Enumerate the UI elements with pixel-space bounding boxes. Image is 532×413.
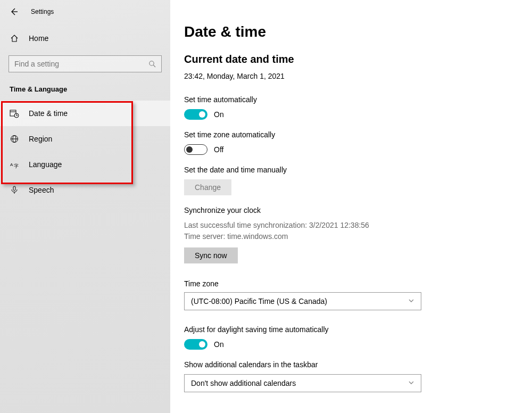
calendar-clock-icon	[10, 109, 19, 118]
chevron-down-icon	[408, 379, 414, 387]
toggle-dst-auto[interactable]	[184, 339, 207, 350]
svg-rect-13	[13, 186, 15, 191]
toggle-state: On	[214, 110, 224, 119]
setting-set-tz-auto: Set time zone automatically Off	[184, 130, 532, 155]
nav-label: Language	[29, 160, 62, 169]
home-label: Home	[29, 34, 48, 43]
toggle-state: Off	[214, 145, 223, 154]
sidebar-item-language[interactable]: A字 Language	[0, 152, 170, 177]
sync-now-button[interactable]: Sync now	[184, 247, 238, 263]
sync-info: Last successful time synchronization: 3/…	[184, 220, 532, 242]
current-datetime-header: Current date and time	[184, 53, 532, 65]
calendars-label: Show additional calendars in the taskbar	[184, 360, 532, 369]
nav-label: Speech	[29, 186, 54, 194]
timezone-select[interactable]: (UTC-08:00) Pacific Time (US & Canada)	[184, 292, 421, 310]
sync-server: Time server: time.windows.com	[184, 231, 532, 242]
nav-label: Date & time	[29, 109, 68, 118]
calendars-select[interactable]: Don't show additional calendars	[184, 374, 421, 392]
topbar: Settings	[0, 0, 170, 23]
language-icon: A字	[10, 160, 19, 169]
toggle-set-tz-auto[interactable]	[184, 144, 207, 155]
section-header: Time & Language	[0, 72, 170, 101]
tz-label: Time zone	[184, 279, 532, 288]
sync-last: Last successful time synchronization: 3/…	[184, 220, 532, 231]
calendars-value: Don't show additional calendars	[191, 379, 296, 387]
setting-set-time-auto: Set time automatically On	[184, 95, 532, 120]
setting-label: Set the date and time manually	[184, 166, 532, 174]
toggle-state: On	[214, 340, 224, 349]
search-box[interactable]	[9, 55, 162, 72]
main-pane: Date & time Current date and time 23:42,…	[170, 0, 532, 413]
change-button: Change	[184, 179, 231, 195]
search-icon	[148, 60, 156, 68]
sync-header: Synchronize your clock	[184, 206, 532, 214]
setting-dst-auto: Adjust for daylight saving time automati…	[184, 325, 532, 350]
back-icon[interactable]	[10, 7, 18, 16]
toggle-set-time-auto[interactable]	[184, 109, 207, 120]
sidebar: Settings Home Time & Language Date & tim…	[0, 0, 170, 413]
setting-label: Set time automatically	[184, 95, 532, 104]
sidebar-item-date-time[interactable]: Date & time	[0, 101, 170, 126]
svg-line-2	[153, 65, 155, 67]
search-input[interactable]	[14, 60, 148, 68]
home-icon	[10, 34, 19, 43]
sidebar-item-home[interactable]: Home	[0, 27, 170, 50]
nav-label: Region	[29, 135, 52, 143]
sidebar-item-speech[interactable]: Speech	[0, 177, 170, 203]
setting-label: Adjust for daylight saving time automati…	[184, 325, 532, 334]
chevron-down-icon	[408, 297, 414, 305]
timezone-value: (UTC-08:00) Pacific Time (US & Canada)	[191, 297, 327, 305]
sidebar-item-region[interactable]: Region	[0, 126, 170, 152]
svg-text:A: A	[10, 162, 13, 167]
svg-text:字: 字	[14, 163, 19, 169]
current-datetime-value: 23:42, Monday, March 1, 2021	[184, 72, 532, 80]
globe-icon	[10, 134, 19, 144]
svg-point-1	[149, 61, 154, 65]
app-title: Settings	[31, 8, 54, 15]
setting-label: Set time zone automatically	[184, 130, 532, 139]
microphone-icon	[10, 185, 19, 195]
page-title: Date & time	[184, 23, 532, 40]
setting-manual-datetime: Set the date and time manually Change	[184, 166, 532, 195]
